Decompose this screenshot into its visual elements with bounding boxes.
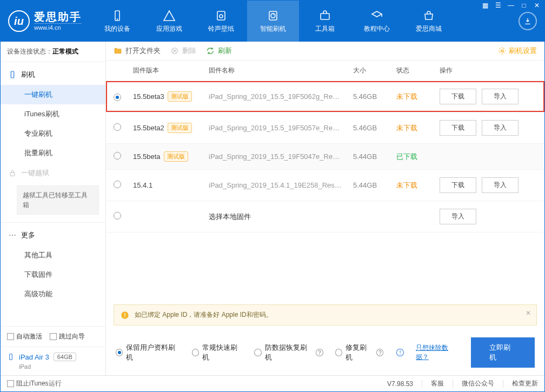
nav-device[interactable]: 我的设备 bbox=[91, 1, 143, 42]
opt-keep-data[interactable]: 保留用户资料刷机 bbox=[116, 343, 180, 362]
sidebar-more-header[interactable]: 更多 bbox=[1, 225, 105, 245]
beta-tag: 测试版 bbox=[164, 151, 188, 162]
local-firmware-label: 选择本地固件 bbox=[209, 212, 251, 221]
device-panel[interactable]: iPad Air 3 64GB iPad bbox=[1, 347, 105, 375]
sidebar-flash-header[interactable]: 刷机 bbox=[1, 64, 105, 85]
download-button[interactable]: 下载 bbox=[440, 89, 476, 104]
nav-ring[interactable]: 铃声壁纸 bbox=[195, 1, 247, 42]
check-update-link[interactable]: 检查更新 bbox=[512, 379, 538, 388]
skip-guide-checkbox[interactable]: 跳过向导 bbox=[50, 332, 85, 341]
connection-status: 设备连接状态：正常模式 bbox=[1, 42, 105, 62]
alert-close-icon[interactable]: ✕ bbox=[526, 309, 531, 317]
opt-anti[interactable]: 防数据恢复刷机? bbox=[254, 343, 323, 362]
nav-toolbox[interactable]: 工具箱 bbox=[299, 1, 351, 42]
top-nav: 我的设备 应用游戏 铃声壁纸 智能刷机 工具箱 教程中心 爱思商城 bbox=[91, 1, 515, 42]
firmware-status: 未下载 bbox=[396, 181, 417, 189]
svg-rect-4 bbox=[269, 11, 277, 20]
block-itunes-checkbox[interactable]: 阻止iTunes运行 bbox=[7, 379, 62, 388]
help-icon[interactable]: ? bbox=[376, 349, 383, 356]
row-radio[interactable] bbox=[114, 212, 121, 220]
auto-activate-checkbox[interactable]: 自动激活 bbox=[7, 332, 42, 341]
col-op: 操作 bbox=[440, 66, 537, 75]
svg-rect-11 bbox=[10, 354, 12, 360]
app-name: 爱思助手 bbox=[34, 10, 82, 23]
sidebar-item-itunes[interactable]: iTunes刷机 bbox=[1, 104, 105, 124]
firmware-row[interactable]: 15.4.1iPad_Spring_2019_15.4.1_19E258_Res… bbox=[106, 170, 544, 201]
close-icon[interactable]: ✕ bbox=[533, 2, 541, 9]
sidebar-jailbreak-header: 一键越狱 bbox=[1, 163, 105, 183]
grid-icon[interactable]: ▦ bbox=[481, 2, 489, 9]
download-manager-icon[interactable] bbox=[519, 12, 537, 30]
help-icon[interactable]: ? bbox=[316, 349, 323, 356]
opt-repair[interactable]: 修复刷机? bbox=[335, 343, 384, 362]
sidebar-bottom-options: 自动激活 跳过向导 bbox=[1, 326, 105, 347]
firmware-filename: iPad_Spring_2019_15.5_19F5047e_Restore.i… bbox=[209, 152, 353, 161]
firmware-size: 5.44GB bbox=[353, 152, 396, 161]
opt-normal[interactable]: 常规快速刷机 bbox=[192, 343, 243, 362]
max-icon[interactable]: □ bbox=[520, 2, 528, 9]
svg-point-3 bbox=[220, 15, 223, 18]
app-version: V7.98.53 bbox=[387, 380, 413, 388]
import-button[interactable]: 导入 bbox=[482, 177, 519, 193]
sidebar-item-pro[interactable]: 专业刷机 bbox=[1, 124, 105, 143]
svg-rect-6 bbox=[11, 71, 14, 78]
import-button[interactable]: 导入 bbox=[482, 120, 519, 136]
flash-settings-button[interactable]: 刷机设置 bbox=[498, 46, 537, 56]
status-bar: 阻止iTunes运行 V7.98.53 客服 微信公众号 检查更新 bbox=[1, 375, 544, 391]
open-folder-button[interactable]: 打开文件夹 bbox=[114, 46, 161, 56]
firmware-row[interactable]: 选择本地固件导入 bbox=[106, 201, 544, 232]
customer-service-link[interactable]: 客服 bbox=[431, 379, 444, 388]
sidebar: 设备连接状态：正常模式 刷机 一键刷机 iTunes刷机 专业刷机 批量刷机 一… bbox=[1, 42, 106, 375]
app-domain: www.i4.cn bbox=[34, 23, 82, 31]
col-size: 大小 bbox=[353, 66, 396, 75]
device-storage-badge: 64GB bbox=[54, 353, 76, 361]
info-icon[interactable]: ! bbox=[396, 349, 403, 356]
firmware-row[interactable]: 15.5beta3测试版iPad_Spring_2019_15.5_19F506… bbox=[106, 81, 544, 112]
nav-tutorial[interactable]: 教程中心 bbox=[351, 1, 403, 42]
sidebar-item-download[interactable]: 下载固件 bbox=[1, 265, 105, 284]
firmware-status: 已下载 bbox=[396, 152, 417, 161]
nav-store[interactable]: 爱思商城 bbox=[403, 1, 455, 42]
import-button[interactable]: 导入 bbox=[440, 209, 476, 224]
logo-icon: iu bbox=[8, 10, 30, 32]
firmware-rows: 15.5beta3测试版iPad_Spring_2019_15.5_19F506… bbox=[106, 81, 544, 232]
row-radio[interactable] bbox=[114, 123, 121, 131]
beta-tag: 测试版 bbox=[168, 123, 192, 133]
sidebar-item-tools[interactable]: 其他工具 bbox=[1, 245, 105, 265]
appleid-alert: 如已绑定 Apple ID，请准备好 Apple ID和密码。 ✕ bbox=[114, 304, 537, 325]
import-button[interactable]: 导入 bbox=[482, 89, 519, 104]
min-icon[interactable]: — bbox=[507, 2, 515, 9]
firmware-size: 5.44GB bbox=[353, 181, 396, 189]
device-type: iPad bbox=[7, 363, 99, 370]
window-controls: ▦ ☰ — □ ✕ bbox=[481, 2, 541, 9]
nav-flash[interactable]: 智能刷机 bbox=[247, 1, 299, 42]
firmware-size: 5.46GB bbox=[353, 124, 396, 132]
nav-apps[interactable]: 应用游戏 bbox=[143, 1, 195, 42]
refresh-button[interactable]: 刷新 bbox=[206, 46, 232, 56]
delete-button: 删除 bbox=[170, 46, 196, 56]
sidebar-item-advanced[interactable]: 高级功能 bbox=[1, 284, 105, 304]
sidebar-item-oneclick[interactable]: 一键刷机 bbox=[1, 85, 105, 104]
title-bar: iu 爱思助手 www.i4.cn 我的设备 应用游戏 铃声壁纸 智能刷机 工具 bbox=[1, 1, 544, 42]
download-button[interactable]: 下载 bbox=[440, 177, 476, 193]
download-button[interactable]: 下载 bbox=[440, 120, 476, 136]
wechat-link[interactable]: 微信公众号 bbox=[462, 379, 494, 388]
row-radio[interactable] bbox=[114, 152, 121, 160]
col-name: 固件名称 bbox=[209, 66, 353, 75]
svg-point-13 bbox=[501, 50, 503, 52]
firmware-status: 未下载 bbox=[396, 92, 417, 101]
erase-link[interactable]: 只想抹除数据？ bbox=[416, 343, 459, 362]
row-radio[interactable] bbox=[114, 181, 121, 188]
svg-rect-2 bbox=[217, 11, 225, 20]
firmware-row[interactable]: 15.5beta2测试版iPad_Spring_2019_15.5_19F505… bbox=[106, 112, 544, 144]
svg-point-1 bbox=[117, 19, 118, 19]
sidebar-item-batch[interactable]: 批量刷机 bbox=[1, 143, 105, 163]
flash-now-button[interactable]: 立即刷机 bbox=[471, 337, 535, 368]
row-radio[interactable] bbox=[114, 94, 121, 101]
menu-icon[interactable]: ☰ bbox=[494, 2, 502, 9]
app-logo: iu 爱思助手 www.i4.cn bbox=[1, 10, 91, 32]
firmware-row[interactable]: 15.5beta测试版iPad_Spring_2019_15.5_19F5047… bbox=[106, 144, 544, 170]
firmware-filename: iPad_Spring_2019_15.5_19F5062g_Restore.i… bbox=[209, 92, 353, 101]
beta-tag: 测试版 bbox=[168, 91, 192, 102]
svg-rect-5 bbox=[321, 14, 329, 19]
